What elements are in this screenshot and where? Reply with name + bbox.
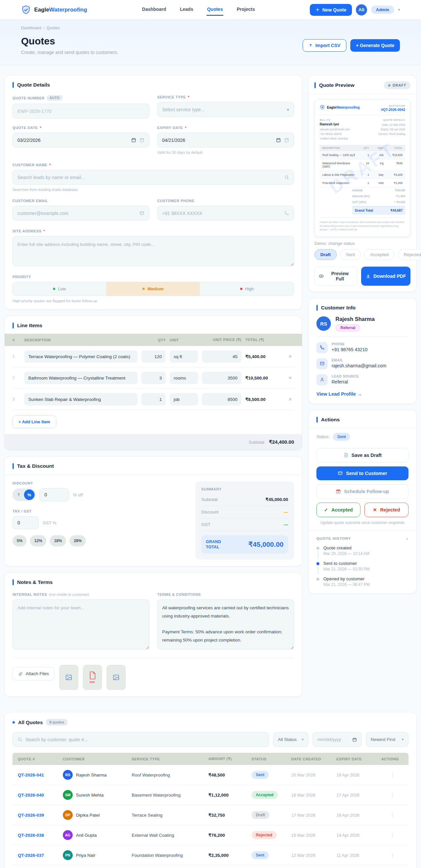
quote-preview-card: Quote Preview DRAFT EagleWaterproofing Q…	[308, 75, 417, 292]
qty-input[interactable]: 1	[141, 393, 166, 406]
status-chip-sent[interactable]: Sent	[340, 249, 361, 260]
table-row[interactable]: QT-2026-037 PNPriya Nair Foundation Wate…	[12, 845, 409, 865]
unit-price-input[interactable]: 3500	[202, 372, 241, 384]
date-filter-input[interactable]: mm/dd/yyyy	[313, 732, 362, 747]
row-actions-button[interactable]: ⋮	[382, 792, 403, 798]
remove-row-button[interactable]: ✕	[286, 354, 294, 359]
status-chip-draft[interactable]: Draft	[315, 249, 337, 260]
customer-phone-input[interactable]: +91 98XXX XXXXX	[157, 206, 294, 221]
qty-input[interactable]: 3	[141, 372, 166, 384]
schedule-follow-up-button[interactable]: 17 Schedule Follow-up	[316, 484, 409, 499]
gst-input[interactable]	[12, 516, 39, 529]
collapse-icon[interactable]: ▲	[406, 537, 409, 540]
nav-item-leads[interactable]: Leads	[180, 4, 193, 16]
expiry-date-input[interactable]: 04/21/2026	[157, 133, 294, 148]
quotes-search-input[interactable]: Search by customer, quote #...	[12, 732, 269, 747]
description-input[interactable]: Terrace Waterproofing — Polymer Coating …	[24, 350, 137, 363]
status-chip-accepted[interactable]: Accepted	[364, 249, 394, 260]
import-csv-button[interactable]: Import CSV	[302, 39, 346, 52]
new-quote-button[interactable]: New Quote	[310, 4, 352, 16]
customer-name: Dipika Patel	[76, 813, 100, 818]
discount-type-toggle: ₹ %	[12, 489, 35, 501]
priority-high-option[interactable]: High	[200, 282, 294, 296]
field-label: TAX / GST	[12, 509, 32, 513]
gst-chip-18[interactable]: 18%	[50, 535, 66, 547]
preview-full-button[interactable]: Preview Full	[315, 267, 357, 286]
image-attachment-thumbnail[interactable]	[106, 665, 126, 690]
breadcrumb-dashboard[interactable]: Dashboard	[21, 26, 41, 30]
expiry-date: 17 Apr 2026	[336, 793, 378, 798]
terms-conditions-textarea[interactable]: All waterproofing services are carried o…	[157, 599, 294, 649]
quote-number-link[interactable]: QT-2026-038	[18, 833, 60, 838]
nav-item-dashboard[interactable]: Dashboard	[142, 4, 166, 16]
nav-item-quotes[interactable]: Quotes	[206, 4, 223, 16]
description-input[interactable]: Sunken Slab Repair & Waterproofing	[24, 393, 137, 406]
generate-quote-button[interactable]: + Generate Quote	[350, 39, 400, 52]
table-row[interactable]: QT-2026-040 SMSuresh Mehta Basement Wate…	[12, 785, 409, 805]
sort-filter-select[interactable]: Newest First▾	[366, 732, 409, 747]
service-type-select[interactable]: Select service type...▾	[157, 102, 294, 117]
customer-name: Suresh Mehta	[76, 793, 104, 798]
quote-number-link[interactable]: QT-2026-039	[18, 813, 60, 818]
customer-avatar: RS	[316, 316, 331, 331]
table-row[interactable]: QT-2026-039 DPDipika Patel Terrace Seali…	[12, 805, 409, 825]
gst-chip-12[interactable]: 12%	[30, 535, 46, 547]
unit-input[interactable]: job	[170, 393, 198, 406]
row-actions-button[interactable]: ⋮	[382, 852, 403, 859]
save-as-draft-button[interactable]: Save as Draft	[316, 448, 409, 462]
customer-email-input[interactable]: customer@example.com	[12, 206, 149, 221]
accepted-button[interactable]: ✓Accepted	[316, 503, 360, 517]
brand-logo[interactable]: EagleWaterproofing	[21, 5, 87, 15]
brand-suffix: Waterproofing	[49, 7, 87, 13]
percent-toggle[interactable]: %	[24, 490, 35, 500]
unit-input[interactable]: sq ft	[170, 350, 198, 363]
row-actions-button[interactable]: ⋮	[382, 812, 403, 818]
remove-row-button[interactable]: ✕	[286, 375, 294, 380]
field-sublabel: (not visible to customer)	[49, 592, 89, 596]
priority-low-option[interactable]: Low	[13, 282, 106, 296]
row-total: ₹8,500.00	[246, 397, 282, 402]
status-filter-select[interactable]: All Status▾	[273, 732, 309, 747]
row-actions-button[interactable]: ⋮	[382, 832, 403, 838]
add-line-item-button[interactable]: + Add Line Item	[12, 415, 56, 428]
description-input[interactable]: Bathroom Waterproofing — Crystalline Tre…	[24, 372, 137, 384]
nav-item-projects[interactable]: Projects	[236, 4, 255, 16]
download-pdf-button[interactable]: Download PDF	[361, 267, 411, 286]
quote-number-link[interactable]: QT-2026-040	[18, 793, 60, 798]
row-number: 3	[12, 397, 21, 402]
chevron-down-icon[interactable]: ▾	[398, 7, 400, 12]
attach-files-button[interactable]: Attach Files	[12, 667, 55, 680]
status-chip-rejected[interactable]: Rejected	[398, 249, 421, 260]
unit-price-input[interactable]: 8500	[202, 393, 241, 406]
discount-input[interactable]	[39, 488, 69, 501]
gst-chip-28[interactable]: 28%	[69, 535, 86, 547]
image-attachment-thumbnail[interactable]	[59, 665, 78, 690]
remove-row-button[interactable]: ✕	[286, 397, 294, 402]
priority-medium-option[interactable]: Medium	[106, 282, 200, 296]
customer-name-search-input[interactable]: Search leads by name or email...	[12, 170, 294, 185]
table-row[interactable]: QT-2026-041 RSRajesh Sharma Roof Waterpr…	[12, 765, 409, 785]
eye-icon	[319, 274, 324, 279]
role-badge[interactable]: Admin	[371, 6, 394, 14]
table-row[interactable]: QT-2026-036 KJKavita Joshi Roof Waterpro…	[12, 865, 409, 868]
internal-notes-textarea[interactable]	[12, 599, 149, 649]
pdf-attachment-thumbnail[interactable]: PDF	[83, 665, 102, 690]
summary-discount: —	[284, 509, 288, 515]
row-actions-button[interactable]: ⋮	[382, 772, 403, 778]
rejected-button[interactable]: ✕Rejected	[364, 503, 409, 517]
unit-price-input[interactable]: 45	[202, 350, 241, 363]
quote-date-input[interactable]: 03/22/2026	[12, 133, 149, 148]
qty-input[interactable]: 120	[141, 350, 166, 363]
user-avatar[interactable]: AS	[356, 4, 367, 16]
check-icon: ✓	[324, 507, 328, 513]
quote-number-link[interactable]: QT-2026-041	[18, 773, 60, 777]
send-to-customer-button[interactable]: Send to Customer	[316, 466, 409, 480]
view-lead-profile-link[interactable]: View Lead Profile →	[316, 391, 362, 397]
gst-chip-5[interactable]: 5%	[12, 535, 27, 547]
unit-input[interactable]: rooms	[170, 372, 198, 384]
table-row[interactable]: QT-2026-038 AGAnil Gupta External Wall C…	[12, 825, 409, 845]
site-address-textarea[interactable]	[12, 236, 294, 266]
rupee-toggle[interactable]: ₹	[13, 490, 24, 500]
section-heading: Notes & Terms	[12, 579, 294, 585]
quote-number-link[interactable]: QT-2026-037	[18, 853, 60, 858]
